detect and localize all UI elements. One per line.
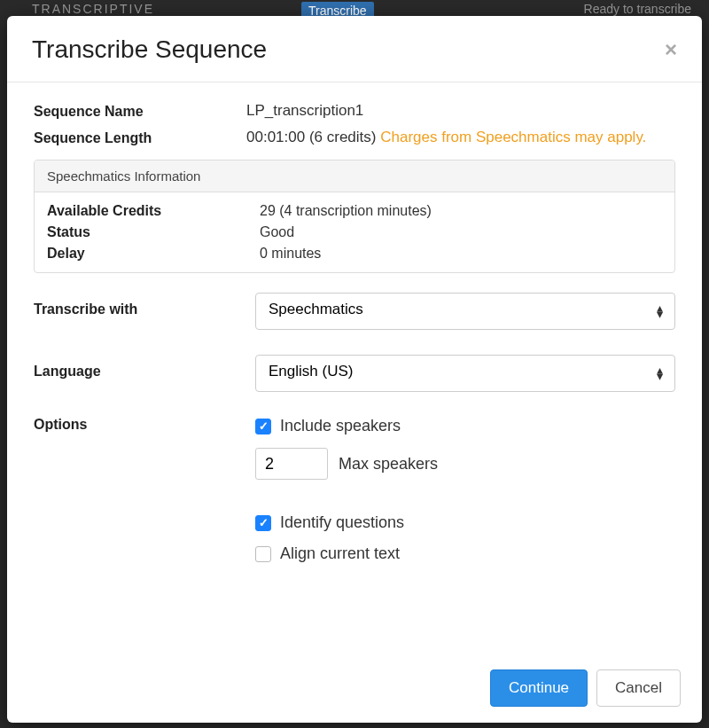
sequence-length-row: Sequence Length 00:01:00 (6 credits) Cha… <box>34 129 675 146</box>
align-text-checkbox[interactable] <box>255 546 271 562</box>
dialog-title: Transcribe Sequence <box>32 35 267 64</box>
app-brand: TRANSCRIPTIVE <box>32 2 154 16</box>
transcribe-with-select[interactable]: Speechmatics <box>255 293 675 330</box>
align-text-option: Align current text <box>255 544 675 563</box>
delay-value: 0 minutes <box>260 246 662 262</box>
credits-row: Available Credits 29 (4 transcription mi… <box>47 203 662 219</box>
language-label: Language <box>34 355 255 380</box>
language-row: Language English (US) ▴▾ <box>34 355 675 392</box>
options-label: Options <box>34 417 255 433</box>
identify-questions-option: Identify questions <box>255 513 675 532</box>
status-label: Status <box>47 224 260 240</box>
identify-questions-label: Identify questions <box>280 513 404 532</box>
charges-warning-link[interactable]: Charges from Speechmatics may apply. <box>380 129 646 145</box>
credits-value: 29 (4 transcription minutes) <box>260 203 662 219</box>
include-speakers-option: Include speakers <box>255 417 675 435</box>
include-speakers-checkbox[interactable] <box>255 419 271 434</box>
max-speakers-input[interactable] <box>255 448 328 480</box>
sequence-name-row: Sequence Name LP_transcription1 <box>34 102 675 120</box>
align-text-label: Align current text <box>280 544 400 563</box>
speechmatics-info-panel: Speechmatics Information Available Credi… <box>34 160 675 273</box>
credits-label: Available Credits <box>47 203 260 219</box>
sequence-name-value: LP_transcription1 <box>246 102 675 120</box>
panel-title: Speechmatics Information <box>35 160 674 192</box>
status-row: Status Good <box>47 224 662 240</box>
close-icon[interactable]: × <box>665 39 677 60</box>
bg-status: Ready to transcribe <box>584 2 691 16</box>
status-value: Good <box>260 224 662 240</box>
options-row: Options Include speakers Max speakers Id… <box>34 417 675 575</box>
cancel-button[interactable]: Cancel <box>596 669 681 707</box>
transcribe-with-label: Transcribe with <box>34 293 255 317</box>
dialog-footer: Continue Cancel <box>7 655 702 723</box>
sequence-length-label: Sequence Length <box>34 129 246 146</box>
sequence-name-label: Sequence Name <box>34 102 246 120</box>
sequence-length-value: 00:01:00 (6 credits) Charges from Speech… <box>246 129 675 146</box>
language-select[interactable]: English (US) <box>255 355 675 392</box>
include-speakers-label: Include speakers <box>280 417 401 435</box>
delay-row: Delay 0 minutes <box>47 246 662 262</box>
max-speakers-label: Max speakers <box>339 455 438 474</box>
continue-button[interactable]: Continue <box>490 669 588 707</box>
dialog-body: Sequence Name LP_transcription1 Sequence… <box>7 82 702 655</box>
delay-label: Delay <box>47 246 260 262</box>
panel-body: Available Credits 29 (4 transcription mi… <box>35 192 674 272</box>
max-speakers-option: Max speakers <box>255 448 675 480</box>
dialog-header: Transcribe Sequence × <box>7 16 702 82</box>
transcribe-sequence-dialog: Transcribe Sequence × Sequence Name LP_t… <box>7 16 702 723</box>
sequence-length-text: 00:01:00 (6 credits) <box>246 129 380 145</box>
identify-questions-checkbox[interactable] <box>255 515 271 531</box>
transcribe-with-row: Transcribe with Speechmatics ▴▾ <box>34 293 675 330</box>
